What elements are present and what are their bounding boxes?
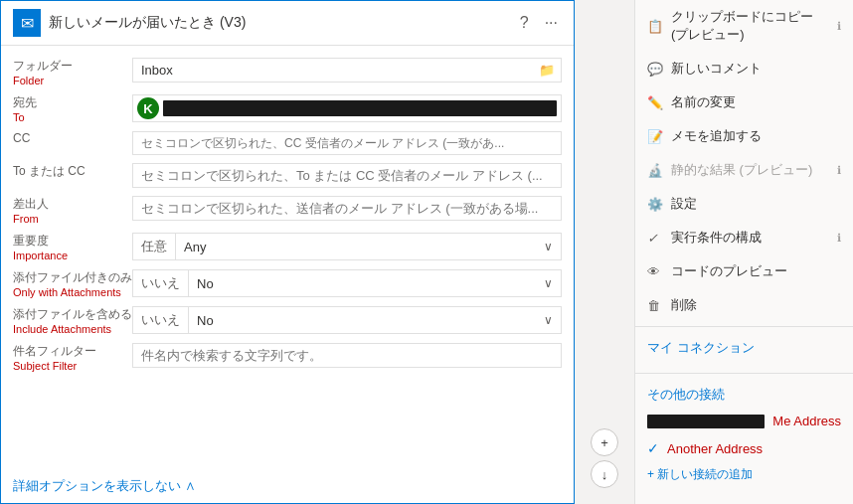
copy-clipboard-button[interactable]: 📋 クリップボードにコピー (プレビュー) ℹ bbox=[635, 0, 853, 52]
rename-label: 名前の変更 bbox=[671, 93, 736, 111]
app-icon: ✉ bbox=[13, 9, 41, 37]
another-connection-item[interactable]: ✓ Another Address bbox=[647, 434, 841, 462]
to-or-cc-label-jp: To または CC bbox=[13, 163, 132, 180]
subject-filter-label-jp: 件名フィルター bbox=[13, 343, 132, 360]
checkmark-icon: ✓ bbox=[647, 440, 659, 456]
me-connection-name: Me Address bbox=[772, 414, 841, 428]
include-attachments-prefix: いいえ bbox=[133, 307, 189, 333]
to-row: 宛先 To K bbox=[1, 90, 574, 127]
my-connections-section: マイ コネクション bbox=[635, 331, 853, 369]
include-attachments-arrow-icon: ∨ bbox=[536, 309, 561, 331]
folder-input[interactable] bbox=[133, 59, 533, 82]
to-or-cc-label-group: To または CC bbox=[13, 163, 132, 180]
toggle-advanced-options[interactable]: 詳細オプションを表示しない ∧ bbox=[1, 469, 574, 503]
clipboard-icon: 📋 bbox=[647, 19, 663, 34]
cc-input[interactable] bbox=[132, 131, 562, 155]
only-attachments-dropdown[interactable]: いいえ No ∨ bbox=[132, 269, 562, 297]
from-input[interactable] bbox=[132, 196, 562, 221]
run-condition-label: 実行条件の構成 bbox=[671, 229, 762, 247]
settings-label: 設定 bbox=[671, 195, 697, 213]
down-arrow-icon: ↓ bbox=[601, 467, 608, 482]
header-right: ? ··· bbox=[516, 12, 562, 34]
add-note-button[interactable]: 📝 メモを追加する bbox=[635, 119, 853, 153]
configure-run-condition-button[interactable]: ✓ 実行条件の構成 ℹ bbox=[635, 221, 853, 254]
down-arrow-button[interactable]: ↓ bbox=[591, 460, 618, 488]
toggle-label: 詳細オプションを表示しない ∧ bbox=[13, 477, 196, 495]
new-comment-label: 新しいコメント bbox=[671, 60, 762, 78]
importance-row: 重要度 Importance 任意 Any ∨ bbox=[1, 229, 574, 265]
subject-filter-control bbox=[132, 343, 562, 368]
cc-row: CC bbox=[1, 127, 574, 159]
include-attachments-label-en: Include Attachments bbox=[13, 323, 132, 335]
add-step-button[interactable]: + bbox=[591, 428, 618, 456]
copy-clipboard-info: ℹ bbox=[837, 20, 841, 33]
from-row: 差出人 From bbox=[1, 192, 574, 229]
only-attachments-row: 添付ファイル付きのみ Only with Attachments いいえ No … bbox=[1, 265, 574, 302]
me-connection-item: Me Address bbox=[647, 408, 841, 434]
other-connections-title[interactable]: その他の接続 bbox=[647, 386, 841, 404]
importance-label-en: Importance bbox=[13, 250, 132, 261]
to-label-group: 宛先 To bbox=[13, 94, 132, 123]
more-button[interactable]: ··· bbox=[541, 12, 562, 34]
trigger-panel: ✉ 新しいメールが届いたとき (V3) ? ··· フォルダー Folder bbox=[0, 0, 575, 504]
subject-filter-row: 件名フィルター Subject Filter bbox=[1, 339, 574, 376]
center-area: + ↓ bbox=[575, 0, 634, 504]
to-or-cc-input[interactable] bbox=[132, 163, 562, 188]
menu-divider bbox=[635, 326, 853, 327]
folder-label-en: Folder bbox=[13, 75, 132, 86]
copy-clipboard-label: クリップボードにコピー (プレビュー) bbox=[671, 8, 829, 44]
another-connection-name: Another Address bbox=[667, 441, 763, 456]
note-icon: 📝 bbox=[647, 129, 663, 144]
connections-divider bbox=[635, 373, 853, 374]
only-attachments-control: いいえ No ∨ bbox=[132, 269, 562, 297]
include-attachments-value: No bbox=[189, 309, 536, 332]
static-result-icon: 🔬 bbox=[647, 163, 663, 178]
include-attachments-label-group: 添付ファイルを含める Include Attachments bbox=[13, 306, 132, 335]
rename-button[interactable]: ✏️ 名前の変更 bbox=[635, 85, 853, 119]
only-attachments-prefix: いいえ bbox=[133, 270, 189, 296]
to-label-jp: 宛先 bbox=[13, 94, 132, 111]
to-control: K bbox=[132, 94, 562, 122]
static-result-label: 静的な結果 (プレビュー) bbox=[671, 161, 812, 179]
run-condition-info: ℹ bbox=[837, 232, 841, 245]
subject-filter-label-en: Subject Filter bbox=[13, 360, 132, 372]
importance-control: 任意 Any ∨ bbox=[132, 233, 562, 260]
panel-body: フォルダー Folder 📁 宛先 To bbox=[1, 46, 574, 469]
folder-picker-button[interactable]: 📁 bbox=[533, 59, 561, 82]
from-label-en: From bbox=[13, 213, 132, 225]
avatar-letter: K bbox=[143, 101, 152, 116]
to-field-wrapper[interactable]: K bbox=[132, 94, 562, 122]
from-control bbox=[132, 196, 562, 221]
cc-control bbox=[132, 131, 562, 155]
static-result-info: ℹ bbox=[837, 164, 841, 177]
from-label-jp: 差出人 bbox=[13, 196, 132, 213]
add-note-label: メモを追加する bbox=[671, 127, 762, 145]
include-attachments-dropdown[interactable]: いいえ No ∨ bbox=[132, 306, 562, 334]
include-attachments-label-jp: 添付ファイルを含める bbox=[13, 306, 132, 323]
add-connection-button[interactable]: + 新しい接続の追加 bbox=[647, 462, 841, 487]
static-result-button[interactable]: 🔬 静的な結果 (プレビュー) ℹ bbox=[635, 153, 853, 187]
app-icon-symbol: ✉ bbox=[21, 14, 34, 33]
cc-label-jp: CC bbox=[13, 131, 132, 145]
only-attachments-label-jp: 添付ファイル付きのみ bbox=[13, 269, 132, 286]
delete-icon: 🗑 bbox=[647, 298, 663, 313]
importance-label-group: 重要度 Importance bbox=[13, 233, 132, 261]
subject-filter-input[interactable] bbox=[132, 343, 562, 368]
delete-button[interactable]: 🗑 削除 bbox=[635, 288, 853, 322]
to-or-cc-control bbox=[132, 163, 562, 188]
code-preview-label: コードのプレビュー bbox=[671, 262, 787, 280]
run-condition-icon: ✓ bbox=[647, 231, 663, 246]
settings-button[interactable]: ⚙️ 設定 bbox=[635, 187, 853, 221]
help-button[interactable]: ? bbox=[516, 12, 533, 34]
importance-dropdown[interactable]: 任意 Any ∨ bbox=[132, 233, 562, 260]
my-connections-title[interactable]: マイ コネクション bbox=[647, 339, 841, 357]
new-comment-button[interactable]: 💬 新しいコメント bbox=[635, 52, 853, 85]
code-preview-button[interactable]: 👁 コードのプレビュー bbox=[635, 254, 853, 288]
to-or-cc-row: To または CC bbox=[1, 159, 574, 192]
only-attachments-label-en: Only with Attachments bbox=[13, 286, 132, 298]
include-attachments-row: 添付ファイルを含める Include Attachments いいえ No ∨ bbox=[1, 302, 574, 339]
cc-label-group: CC bbox=[13, 131, 132, 145]
code-preview-icon: 👁 bbox=[647, 264, 663, 279]
delete-label: 削除 bbox=[671, 296, 697, 314]
include-attachments-control: いいえ No ∨ bbox=[132, 306, 562, 334]
